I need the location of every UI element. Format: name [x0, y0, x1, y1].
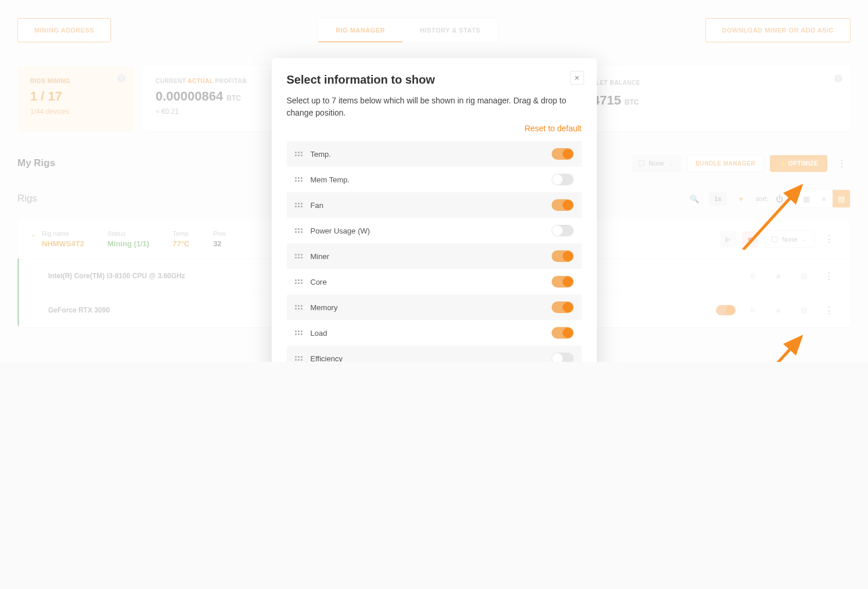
drag-handle-icon[interactable]	[295, 279, 302, 284]
option-toggle[interactable]	[552, 301, 574, 313]
option-toggle[interactable]	[552, 276, 574, 288]
option-label: Core	[311, 278, 543, 286]
drag-handle-icon[interactable]	[295, 254, 302, 258]
option-row: Efficiency	[287, 346, 582, 362]
option-label: Memory	[311, 303, 543, 312]
option-toggle[interactable]	[552, 327, 574, 339]
option-label: Miner	[311, 252, 543, 261]
option-label: Mem Temp.	[311, 175, 543, 184]
drag-handle-icon[interactable]	[295, 177, 302, 182]
option-label: Temp.	[311, 150, 543, 159]
option-toggle[interactable]	[552, 250, 574, 262]
option-row: Core	[287, 269, 582, 294]
option-row: Load	[287, 320, 582, 346]
modal-description: Select up to 7 items below which will be…	[287, 95, 582, 119]
select-info-modal: × Select information to show Select up t…	[272, 58, 597, 362]
option-row: Mem Temp.	[287, 167, 582, 192]
option-row: Power Usage (W)	[287, 218, 582, 243]
option-toggle[interactable]	[552, 199, 574, 211]
option-toggle[interactable]	[552, 148, 574, 160]
reset-to-default-link[interactable]: Reset to default	[287, 124, 582, 133]
option-row: Temp.	[287, 141, 582, 167]
close-icon: ×	[574, 73, 579, 82]
option-label: Fan	[311, 201, 543, 210]
options-list: Temp.Mem Temp.FanPower Usage (W)MinerCor…	[287, 141, 582, 362]
option-row: Miner	[287, 243, 582, 269]
drag-handle-icon[interactable]	[295, 305, 302, 310]
option-label: Load	[311, 329, 543, 337]
option-label: Efficiency	[311, 354, 543, 362]
option-row: Fan	[287, 192, 582, 218]
drag-handle-icon[interactable]	[295, 331, 302, 335]
close-button[interactable]: ×	[570, 71, 584, 85]
option-row: Memory	[287, 294, 582, 320]
option-label: Power Usage (W)	[311, 227, 543, 235]
drag-handle-icon[interactable]	[295, 228, 302, 233]
drag-handle-icon[interactable]	[295, 203, 302, 207]
option-toggle[interactable]	[552, 353, 574, 362]
modal-title: Select information to show	[287, 73, 582, 87]
option-toggle[interactable]	[552, 174, 574, 185]
drag-handle-icon[interactable]	[295, 356, 302, 361]
option-toggle[interactable]	[552, 225, 574, 236]
drag-handle-icon[interactable]	[295, 152, 302, 156]
